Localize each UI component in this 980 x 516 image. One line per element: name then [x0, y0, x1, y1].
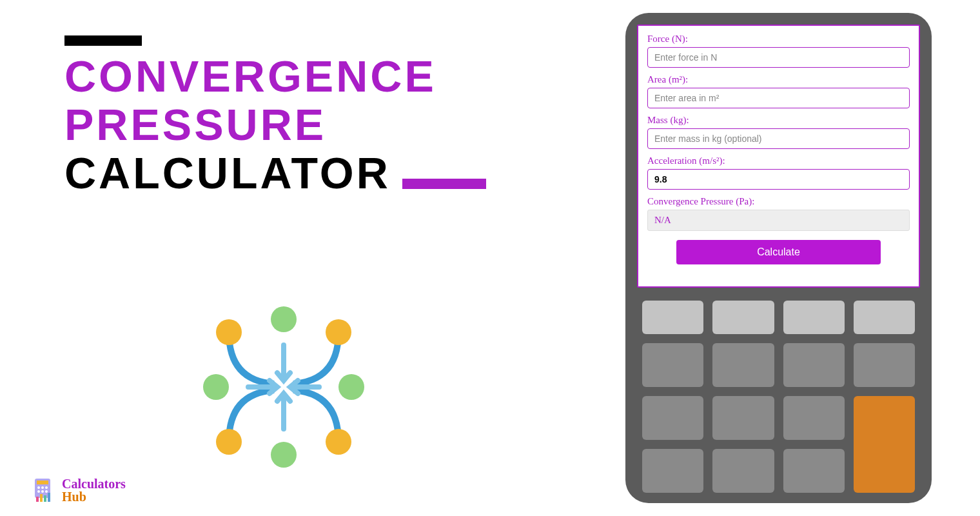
area-label: Area (m²): — [647, 74, 910, 85]
keypad-key[interactable] — [783, 301, 845, 334]
svg-point-1 — [326, 319, 351, 345]
mass-label: Mass (kg): — [647, 115, 910, 126]
keypad-key[interactable] — [854, 301, 915, 334]
keypad-key[interactable] — [712, 396, 774, 440]
svg-point-2 — [216, 429, 242, 455]
result-label: Convergence Pressure (Pa): — [647, 196, 910, 207]
keypad-key[interactable] — [642, 396, 703, 440]
acceleration-label: Acceleration (m/s²): — [647, 155, 910, 166]
mass-input[interactable] — [647, 128, 910, 149]
keypad-key[interactable] — [783, 396, 845, 440]
calculate-button[interactable]: Calculate — [676, 240, 881, 264]
keypad-key[interactable] — [642, 449, 703, 493]
keypad-key[interactable] — [712, 343, 774, 387]
svg-point-11 — [41, 486, 44, 489]
svg-point-13 — [37, 490, 40, 493]
logo-text-top: Calculators — [62, 477, 126, 490]
svg-rect-17 — [40, 494, 43, 502]
convergence-icon — [181, 284, 387, 490]
logo-text-bottom: Hub — [62, 490, 126, 503]
keypad-key[interactable] — [712, 301, 774, 334]
area-input[interactable] — [647, 88, 910, 108]
calculator-form: Force (N): Area (m²): Mass (kg): Acceler… — [637, 25, 920, 288]
svg-rect-9 — [37, 481, 48, 484]
force-input[interactable] — [647, 47, 910, 68]
title-line-1: CONVERGENCE — [64, 52, 486, 101]
calculator-logo-icon — [32, 477, 58, 503]
svg-point-15 — [45, 490, 48, 493]
title-line-2: PRESSURE — [64, 101, 486, 149]
keypad-key[interactable] — [783, 343, 845, 387]
svg-point-14 — [41, 490, 44, 493]
result-output: N/A — [647, 210, 910, 231]
svg-point-6 — [203, 374, 229, 400]
title-line-3: CALCULATOR — [64, 149, 391, 197]
svg-point-0 — [216, 319, 242, 345]
svg-point-5 — [271, 442, 297, 468]
keypad-key[interactable] — [712, 449, 774, 493]
keypad-key[interactable] — [642, 301, 703, 334]
svg-point-12 — [45, 486, 48, 489]
title-block: CONVERGENCE PRESSURE CALCULATOR — [64, 35, 486, 197]
svg-point-4 — [271, 306, 297, 332]
svg-point-7 — [338, 374, 364, 400]
calculator-keypad — [637, 301, 920, 493]
keypad-key[interactable] — [783, 449, 845, 493]
svg-rect-19 — [48, 493, 50, 502]
decor-bar-top — [64, 35, 142, 46]
decor-bar-bottom — [402, 179, 486, 189]
keypad-key[interactable] — [854, 343, 915, 387]
brand-logo: Calculators Hub — [32, 477, 126, 503]
svg-rect-16 — [36, 497, 39, 502]
keypad-equals-key[interactable] — [854, 396, 915, 493]
keypad-key[interactable] — [642, 343, 703, 387]
force-label: Force (N): — [647, 34, 910, 45]
svg-point-10 — [37, 486, 40, 489]
acceleration-input[interactable] — [647, 169, 910, 190]
calculator-device: Force (N): Area (m²): Mass (kg): Acceler… — [625, 13, 932, 503]
svg-rect-18 — [44, 495, 46, 502]
svg-point-3 — [326, 429, 351, 455]
convergence-diagram — [181, 284, 387, 493]
